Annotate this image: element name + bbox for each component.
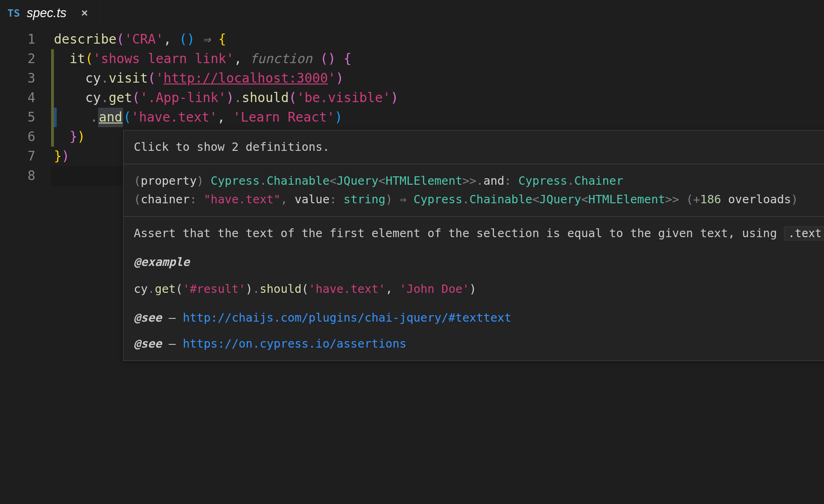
inline-code: .text() (784, 226, 824, 240)
intellisense-hover[interactable]: Click to show 2 definitions. (property) … (123, 130, 824, 361)
jsdoc-see-tag: @see (134, 337, 162, 350)
line-number: 4 (0, 88, 35, 108)
example-code: cy.get('#result').should('have.text', 'J… (134, 280, 824, 298)
jsdoc-example-tag: @example (134, 253, 824, 271)
code-line[interactable]: it('shows learn link', function () { (51, 49, 824, 69)
jsdoc-see-tag: @see (134, 311, 162, 324)
line-number: 7 (0, 147, 35, 166)
hover-description: Assert that the text of the first elemen… (134, 226, 777, 240)
type-signature: (property) Cypress.Chainable<JQuery<HTML… (124, 164, 824, 216)
code-area[interactable]: describe('CRA', () ⇒ { it('shows learn l… (51, 30, 824, 186)
hover-documentation: Assert that the text of the first elemen… (124, 217, 824, 361)
code-editor[interactable]: 1 2 3 4 5 6 7 8 describe('CRA', () ⇒ { i… (0, 26, 824, 186)
code-line[interactable]: cy.get('.App-link').should('be.visible') (51, 88, 824, 108)
typescript-icon: TS (7, 7, 20, 19)
tab-bar: TS spec.ts × (0, 0, 824, 26)
line-number: 1 (0, 30, 35, 49)
line-number: 5 (0, 108, 35, 127)
line-number: 3 (0, 69, 35, 88)
code-line[interactable]: cy.visit('http://localhost:3000') (51, 69, 824, 88)
definitions-link[interactable]: Click to show 2 definitions. (124, 130, 824, 164)
line-number: 6 (0, 127, 35, 147)
line-number: 8 (0, 166, 35, 186)
doc-link-cypress[interactable]: https://on.cypress.io/assertions (183, 337, 406, 350)
line-number: 2 (0, 49, 35, 69)
tab-filename: spec.ts (27, 6, 67, 20)
editor-tab-spec[interactable]: TS spec.ts × (0, 0, 100, 26)
url-link[interactable]: http://localhost:3000 (163, 69, 328, 88)
close-icon[interactable]: × (81, 6, 88, 19)
line-number-gutter: 1 2 3 4 5 6 7 8 (0, 30, 51, 186)
code-line[interactable]: describe('CRA', () ⇒ { (51, 30, 824, 49)
code-line[interactable]: .and('have.text', 'Learn React') (51, 108, 824, 127)
doc-link-chaijs[interactable]: http://chaijs.com/plugins/chai-jquery/#t… (183, 311, 511, 324)
hovered-token-and[interactable]: and (98, 108, 124, 127)
